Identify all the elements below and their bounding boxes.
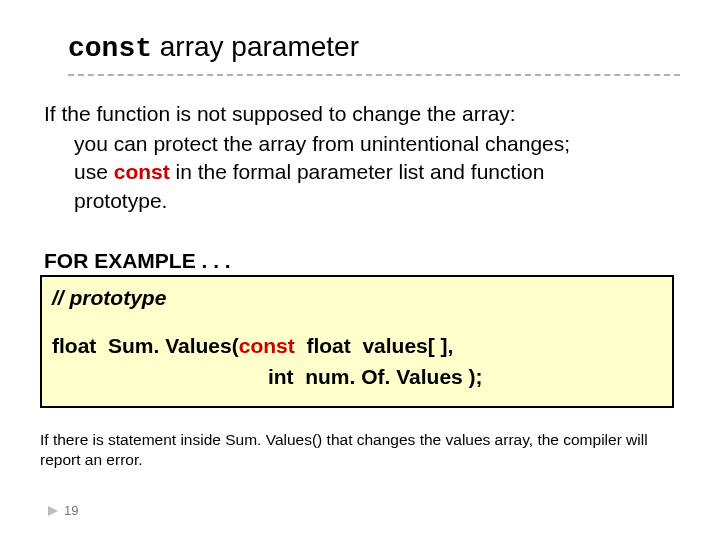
example-label: FOR EXAMPLE . . . [44, 249, 680, 273]
body-line-3: use const in the formal parameter list a… [74, 158, 670, 186]
code-comment: // prototype [52, 283, 662, 313]
footer-note: If there is statement inside Sum. Values… [40, 430, 672, 470]
slide-title: const array parameter [68, 30, 680, 76]
page-number: 19 [64, 503, 78, 518]
body-line-4: prototype. [74, 187, 670, 215]
body-paragraph: If the function is not supposed to chang… [44, 100, 670, 215]
slide-footer: 19 [48, 503, 78, 518]
code-line-2: int num. Of. Values ); [52, 362, 662, 392]
code-line-1: float Sum. Values(const float values[ ], [52, 331, 662, 361]
play-icon [48, 506, 58, 516]
title-rest: array parameter [152, 31, 359, 62]
title-keyword: const [68, 33, 152, 64]
code-example-box: // prototype float Sum. Values(const flo… [40, 275, 674, 408]
svg-marker-0 [48, 506, 58, 516]
slide-content: const array parameter If the function is… [0, 0, 720, 491]
const-keyword: const [114, 160, 170, 183]
const-keyword-code: const [239, 334, 295, 357]
body-line-2: you can protect the array from unintenti… [74, 130, 670, 158]
body-line-1: If the function is not supposed to chang… [44, 100, 670, 128]
